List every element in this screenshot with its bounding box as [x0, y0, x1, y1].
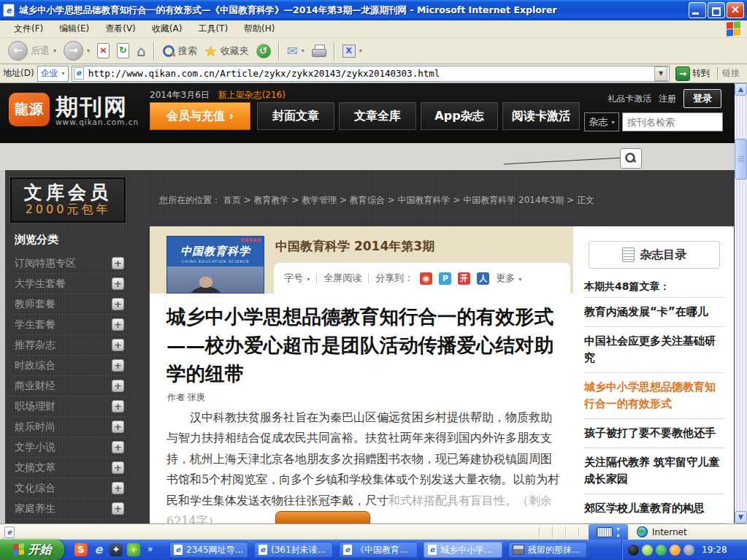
sidebar-item-culture[interactable]: 文化综合 +	[10, 478, 126, 499]
menu-help[interactable]: 帮助(H)	[236, 20, 283, 37]
pengyou-share-icon[interactable]: P	[439, 272, 451, 285]
continue-reading-button[interactable]	[275, 511, 370, 523]
language-bar[interactable]: ▾▴	[589, 524, 628, 540]
history-button[interactable]: ↺	[253, 42, 275, 60]
sidebar-item-politics[interactable]: 时政综合 +	[10, 356, 126, 376]
toc-item[interactable]: 中国社会应更多关注基础研究	[584, 327, 724, 373]
keyboard-icon[interactable]	[597, 527, 613, 537]
mail-caret-icon[interactable]: ▾	[302, 47, 304, 54]
tray-messenger-icon[interactable]	[642, 545, 653, 556]
nav-app-magazine[interactable]: App杂志	[421, 102, 498, 130]
scrollbar-thumb[interactable]	[735, 139, 747, 180]
magazine-toc-button[interactable]: 杂志目录	[589, 241, 720, 269]
quicklaunch-overflow-icon[interactable]: »	[148, 544, 153, 554]
scroll-down-icon[interactable]: ▼	[735, 511, 747, 523]
close-button[interactable]	[727, 2, 744, 18]
breadcrumb[interactable]: 您所在的位置： 首页 > 教育教学 > 教学管理 > 教育综合 > 中国教育科学…	[159, 194, 594, 207]
menu-favorites[interactable]: 收藏(A)	[144, 20, 191, 37]
expand-plus-icon[interactable]: +	[112, 339, 124, 351]
expand-plus-icon[interactable]: +	[112, 257, 124, 269]
language-bar-options-icon[interactable]: ▾▴	[616, 526, 619, 538]
minimize-button[interactable]	[689, 2, 706, 18]
new-arrivals-link[interactable]: 新上架杂志(216)	[218, 90, 286, 100]
expand-plus-icon[interactable]: +	[112, 380, 124, 392]
magazine-issue-title[interactable]: 中国教育科学 2014年第3期	[275, 238, 434, 255]
sidebar-item-business[interactable]: 商业财经 +	[10, 376, 126, 396]
more-share-button[interactable]: 更多 ▾	[496, 272, 521, 285]
sidebar-item-career-finance[interactable]: 职场理财 +	[10, 396, 126, 417]
magazine-category-dropdown[interactable]: 杂志 ▾	[584, 112, 619, 131]
expand-plus-icon[interactable]: +	[112, 298, 124, 310]
forward-caret-icon[interactable]: ▾	[87, 47, 90, 54]
quicklaunch-ie-icon[interactable]: e	[92, 543, 105, 556]
quicklaunch-sogou-icon[interactable]: S	[74, 543, 88, 556]
band-search-button[interactable]	[620, 148, 642, 169]
toc-item[interactable]: 教育内涵发展“卡”在哪儿	[584, 297, 724, 327]
task-current-article[interactable]: e 城乡中小学...	[424, 542, 502, 558]
tray-volume-icon[interactable]	[683, 545, 694, 556]
library-vip-banner[interactable]: 文库会员 2000元包年	[10, 177, 126, 223]
font-size-button[interactable]: 字号 ▾	[284, 272, 310, 285]
task-china-education[interactable]: e 《中国教育...	[339, 542, 418, 558]
gift-card-link[interactable]: 礼品卡激活	[608, 93, 651, 105]
sidebar-item-subscription-deals[interactable]: 订阅特惠专区 +	[10, 253, 126, 274]
back-caret-icon[interactable]: ▾	[53, 47, 56, 54]
register-link[interactable]: 注册	[659, 93, 676, 105]
url-dropdown-icon[interactable]: ▼	[654, 66, 667, 81]
tray-app-icon[interactable]	[670, 545, 681, 556]
toc-item-current[interactable]: 城乡中小学思想品德教育知行合一的有效形式	[584, 373, 724, 419]
expand-plus-icon[interactable]: +	[112, 421, 124, 433]
nav-cover-articles[interactable]: 封面文章	[257, 102, 334, 130]
sidebar-item-entertainment[interactable]: 娱乐时尚 +	[10, 417, 126, 437]
site-logo[interactable]: 龍源 期刊网 www.qikan.com.cn	[9, 93, 139, 126]
task-photo-window[interactable]: 残留的那抹...	[508, 542, 587, 558]
expand-plus-icon[interactable]: +	[112, 277, 124, 290]
links-label[interactable]: 链接	[717, 67, 744, 80]
start-button[interactable]: 开始	[0, 540, 64, 560]
tray-safety-icon[interactable]	[656, 545, 667, 556]
magazine-search-input[interactable]	[622, 112, 723, 131]
sidebar-item-digest[interactable]: 文摘文萃 +	[10, 458, 126, 478]
magazine-cover-image[interactable]: ■■■■■ 中国教育科学 CHINA EDUCATION SCIENCE	[166, 236, 264, 294]
nav-reading-card[interactable]: 阅读卡激活	[502, 102, 580, 130]
expand-plus-icon[interactable]: +	[112, 359, 124, 372]
scroll-up-icon[interactable]: ▲	[735, 83, 747, 96]
toc-item[interactable]: 郊区学校儿童教育的构思	[584, 494, 724, 523]
menu-edit[interactable]: 编辑(E)	[51, 20, 97, 37]
sidebar-item-recommended[interactable]: 推荐杂志 +	[10, 335, 126, 356]
login-button[interactable]: 登录	[683, 89, 721, 108]
back-button[interactable]: ← 后退 ▾	[4, 39, 60, 62]
toc-item[interactable]: 孩子被打了要不要教他还手	[584, 419, 724, 448]
expand-plus-icon[interactable]: +	[112, 318, 124, 331]
favorites-button[interactable]: ★ 收藏夹	[201, 41, 253, 61]
sidebar-item-teacher-package[interactable]: 教师套餐 +	[10, 294, 126, 315]
task-unread-mail[interactable]: e (361封未读...	[254, 542, 333, 558]
nav-article-library[interactable]: 文章全库	[339, 102, 416, 130]
sidebar-item-student-package[interactable]: 学生套餐 +	[10, 315, 126, 335]
expand-plus-icon[interactable]: +	[112, 400, 124, 413]
nav-member-recharge[interactable]: 会员与充值 ›	[150, 102, 250, 130]
sidebar-item-literature[interactable]: 文学小说 +	[10, 437, 126, 458]
toc-item[interactable]: 关注隔代教养 筑牢留守儿童成长家园	[584, 448, 724, 494]
expand-plus-icon[interactable]: +	[112, 441, 124, 453]
quicklaunch-app-icon[interactable]: ✦	[110, 543, 123, 556]
refresh-button[interactable]: ↻	[113, 42, 133, 60]
menu-view[interactable]: 查看(V)	[97, 20, 144, 37]
search-button[interactable]: 搜索	[158, 43, 201, 59]
mail-button[interactable]: ✉ ▾	[283, 42, 308, 60]
vertical-scrollbar[interactable]: ▲ ▼	[735, 83, 747, 523]
fullscreen-button[interactable]: 全屏阅读	[323, 272, 361, 285]
url-input[interactable]	[87, 67, 651, 80]
sidebar-item-family-health[interactable]: 家庭养生 +	[10, 499, 126, 519]
menu-file[interactable]: 文件(F)	[6, 20, 51, 37]
kaixin-share-icon[interactable]: 开	[458, 272, 470, 285]
expand-plus-icon[interactable]: +	[112, 502, 124, 515]
renren-share-icon[interactable]: 人	[477, 272, 489, 285]
print-button[interactable]	[308, 43, 330, 59]
quicklaunch-safety-icon[interactable]: +	[127, 543, 140, 556]
restore-button[interactable]	[708, 2, 725, 18]
home-button[interactable]: ⌂	[133, 41, 150, 61]
edit-caret-icon[interactable]: ▾	[359, 47, 362, 54]
weibo-share-icon[interactable]: ◉	[420, 272, 432, 285]
task-2345-navigation[interactable]: e 2345网址导...	[169, 542, 248, 558]
